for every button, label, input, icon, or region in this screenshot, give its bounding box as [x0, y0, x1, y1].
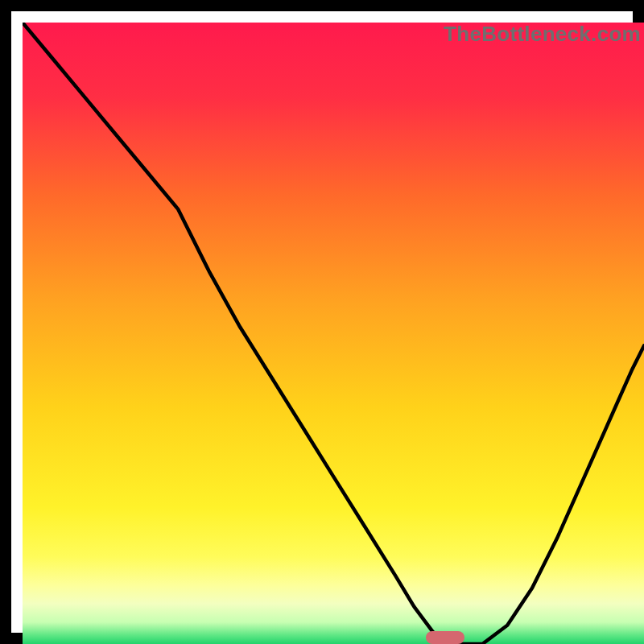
watermark-text: TheBottleneck.com	[444, 23, 641, 47]
optimum-marker	[426, 631, 464, 644]
background-gradient	[23, 23, 644, 644]
plot-area: TheBottleneck.com	[23, 23, 644, 644]
svg-rect-0	[23, 23, 644, 644]
chart-frame: TheBottleneck.com	[0, 0, 644, 644]
